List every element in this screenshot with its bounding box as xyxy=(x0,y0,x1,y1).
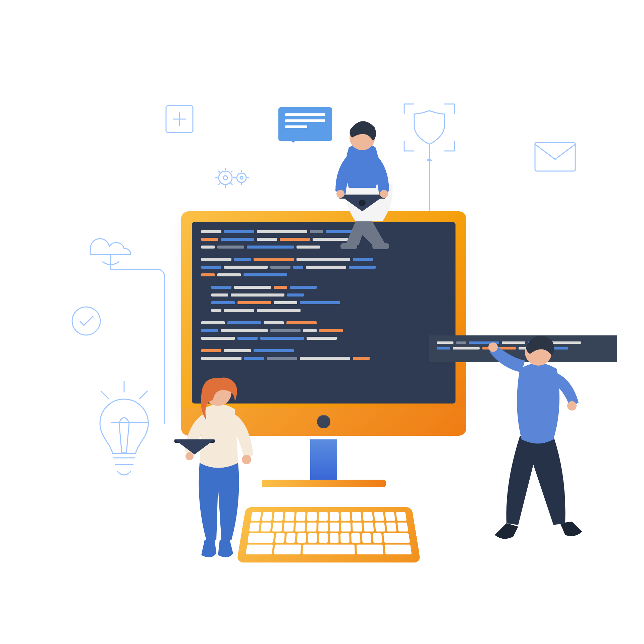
monitor-base xyxy=(262,480,386,487)
cloud-icon xyxy=(80,231,141,272)
svg-point-38 xyxy=(185,452,194,460)
svg-rect-28 xyxy=(535,143,575,171)
svg-point-3 xyxy=(219,171,232,184)
gears-icon xyxy=(215,164,252,191)
developer-illustration xyxy=(0,0,644,644)
svg-point-40 xyxy=(488,342,498,352)
keyboard xyxy=(241,503,416,564)
envelope-icon xyxy=(533,141,577,173)
svg-line-10 xyxy=(218,183,220,185)
plus-square-icon xyxy=(164,104,195,134)
svg-point-41 xyxy=(567,401,577,411)
svg-point-4 xyxy=(223,176,227,180)
svg-line-12 xyxy=(231,183,232,185)
svg-line-9 xyxy=(231,171,232,172)
check-circle-icon xyxy=(70,305,102,337)
svg-point-20 xyxy=(72,307,100,335)
svg-point-36 xyxy=(242,455,251,464)
svg-rect-29 xyxy=(340,243,357,249)
svg-rect-30 xyxy=(372,243,389,249)
svg-point-35 xyxy=(380,190,388,198)
svg-point-14 xyxy=(240,176,243,179)
monitor-home-button xyxy=(317,415,330,428)
person-woman-left xyxy=(168,352,262,560)
monitor-stand xyxy=(310,439,337,480)
svg-point-34 xyxy=(336,190,344,198)
person-man-right xyxy=(480,325,594,543)
svg-line-11 xyxy=(218,171,220,172)
person-sitting-laptop xyxy=(309,117,416,258)
svg-point-33 xyxy=(359,200,366,206)
svg-point-13 xyxy=(237,173,246,182)
